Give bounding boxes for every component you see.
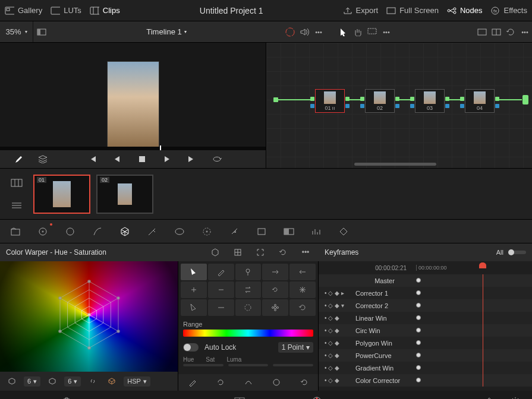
sat-slider[interactable] — [228, 364, 269, 366]
fullscreen-button[interactable]: Full Screen — [386, 6, 439, 15]
pen-icon[interactable] — [185, 375, 200, 390]
reset-all-icon[interactable] — [297, 375, 311, 390]
clip-02[interactable]: 02 — [96, 175, 153, 214]
next-clip-icon[interactable] — [185, 152, 199, 166]
luma-slider[interactable] — [273, 364, 313, 366]
play-icon[interactable] — [160, 152, 174, 166]
ring-select-tool[interactable] — [235, 299, 262, 316]
reset-foot-icon[interactable] — [213, 375, 228, 390]
trash-icon[interactable] — [59, 394, 74, 399]
sat-tab[interactable]: Sat — [206, 356, 215, 363]
kf-track-master[interactable] — [414, 274, 532, 287]
select-tool[interactable] — [181, 264, 207, 280]
color-space-dropdown[interactable]: HSP ▾ — [124, 376, 150, 387]
step-back-icon[interactable] — [110, 152, 124, 166]
hdr-wheels-icon[interactable] — [63, 224, 77, 239]
nodes-button[interactable]: Nodes — [447, 6, 483, 15]
warper-mode-grid-icon[interactable] — [231, 245, 245, 259]
color-wheels-icon[interactable] — [36, 224, 50, 239]
flower-tool[interactable] — [262, 299, 288, 316]
hue-slider[interactable] — [183, 364, 223, 366]
kf-zoom-slider[interactable] — [508, 251, 526, 254]
node-03[interactable]: 03 — [415, 89, 445, 113]
pull-tool[interactable] — [262, 264, 288, 280]
gallery-tab[interactable]: Gallery — [5, 6, 42, 15]
kf-all-button[interactable]: All — [496, 249, 503, 256]
key-icon[interactable] — [282, 224, 296, 239]
add-point-tool[interactable] — [181, 281, 207, 298]
luts-tab[interactable]: LUTs — [51, 6, 81, 15]
hex-res1-dropdown[interactable]: 6 ▾ — [24, 376, 40, 387]
kf-row[interactable]: • ◇ ◆ ▾Corrector 2 — [319, 299, 532, 312]
warper-mode-hex-icon[interactable] — [208, 245, 222, 259]
filmstrip-mode-icon[interactable] — [10, 176, 24, 190]
range-strip[interactable] — [183, 330, 313, 337]
list-mode-icon[interactable] — [10, 198, 24, 213]
eyedropper-icon[interactable] — [11, 152, 25, 166]
audio-icon[interactable] — [297, 25, 311, 39]
kf-ruler[interactable]: 00:00:00:00 — [414, 265, 532, 271]
more-viewer-icon[interactable]: ••• — [311, 25, 326, 39]
curves-icon[interactable] — [90, 224, 105, 239]
magic-mask-icon[interactable] — [227, 224, 241, 239]
point-dropdown[interactable]: 1 Point ▾ — [278, 342, 313, 353]
more-node-icon[interactable]: ••• — [379, 25, 394, 39]
draw-tool[interactable] — [208, 264, 234, 280]
push-tool[interactable] — [289, 264, 316, 280]
page-cut-icon[interactable] — [232, 394, 247, 399]
camera-raw-icon[interactable] — [8, 224, 23, 239]
kf-master-label[interactable]: Master — [355, 277, 414, 284]
blur-icon[interactable] — [254, 224, 269, 239]
keyframe-palette-icon[interactable] — [336, 224, 351, 239]
node-scrollbar[interactable] — [354, 163, 436, 166]
cube-icon[interactable] — [105, 374, 119, 388]
kf-row[interactable]: • ◇ ◆ ▸Corrector 1 — [319, 287, 532, 299]
reset-icon[interactable] — [503, 25, 518, 39]
node-04[interactable]: 04 — [465, 89, 495, 113]
spread-tool[interactable] — [289, 281, 316, 298]
loop-icon[interactable] — [210, 152, 224, 166]
kf-row[interactable]: • ◇ ◆ PowerCurve — [319, 349, 532, 362]
cursor-tool[interactable] — [336, 25, 351, 39]
undo-icon[interactable] — [10, 394, 24, 399]
hex-res2-icon[interactable] — [45, 374, 59, 388]
node-01[interactable]: 01 ıı — [315, 89, 345, 113]
settings-icon[interactable] — [508, 394, 522, 399]
hex-res2-dropdown[interactable]: 6 ▾ — [64, 376, 81, 387]
kf-row[interactable]: • ◇ ◆ Gradient Win — [319, 362, 532, 374]
kf-row[interactable]: • ◇ ◆ Color Corrector — [319, 374, 532, 387]
node-graph[interactable]: 01 ıı 02 03 04 — [266, 43, 532, 168]
loop-select-tool[interactable] — [208, 299, 234, 316]
link-icon[interactable] — [86, 374, 100, 388]
kf-row[interactable]: • ◇ ◆ Circ Win — [319, 324, 532, 337]
home-icon[interactable] — [482, 394, 496, 399]
redo-icon[interactable] — [34, 394, 49, 399]
zoom-control[interactable]: 35%▾ — [0, 21, 33, 42]
hue-tab[interactable]: Hue — [183, 356, 194, 363]
color-warper-icon[interactable] — [118, 224, 132, 239]
select-all-tool[interactable] — [181, 299, 207, 316]
clip-01[interactable]: 01 — [33, 175, 90, 214]
remove-point-tool[interactable] — [208, 281, 234, 298]
page-color-icon[interactable] — [310, 394, 324, 399]
hex-res1-icon[interactable] — [5, 374, 19, 388]
pin-tool[interactable] — [235, 264, 262, 280]
marquee-tool[interactable] — [365, 25, 379, 39]
scopes-icon[interactable] — [309, 224, 323, 239]
color-wheel-icon[interactable] — [283, 25, 297, 39]
warper-canvas[interactable] — [0, 261, 178, 372]
luma-tab[interactable]: Luma — [226, 356, 241, 363]
qualifier-icon[interactable] — [145, 224, 159, 239]
export-button[interactable]: Export — [343, 6, 379, 15]
reset-warper-icon[interactable] — [276, 245, 290, 259]
node-02[interactable]: 02 — [365, 89, 395, 113]
hand-tool[interactable] — [351, 25, 365, 39]
warper-more-icon[interactable]: ••• — [298, 245, 313, 259]
clips-tab[interactable]: Clips — [90, 6, 120, 15]
timeline-name[interactable]: Timeline 1 — [146, 27, 181, 36]
expand-icon[interactable] — [253, 245, 267, 259]
highlight-icon[interactable] — [475, 25, 489, 39]
effects-button[interactable]: fx Effects — [490, 6, 527, 15]
kf-row[interactable]: • ◇ ◆ Linear Win — [319, 312, 532, 324]
viewer-image[interactable] — [107, 61, 159, 150]
